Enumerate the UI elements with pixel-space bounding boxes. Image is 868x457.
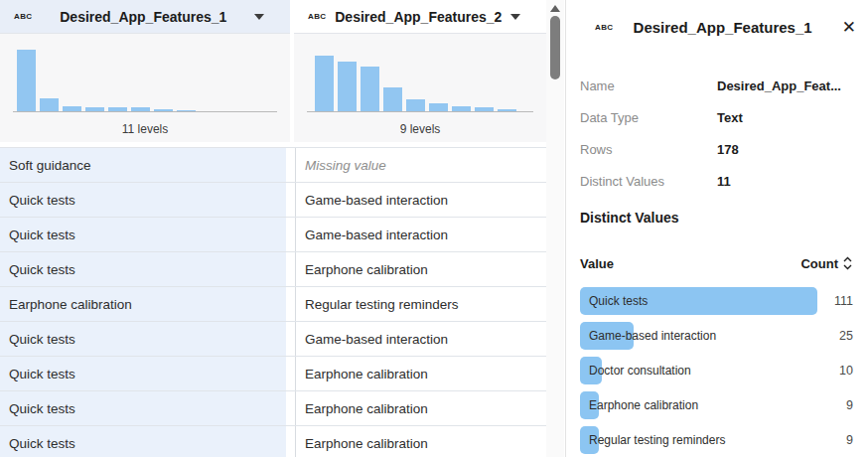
table-row: Quick testsGame-based interaction xyxy=(0,322,546,357)
cell-desired-app-features-2[interactable]: Game-based interaction xyxy=(295,218,546,251)
property-row: NameDesired_App_Feat... xyxy=(580,70,853,101)
cell-desired-app-features-1[interactable]: Quick tests xyxy=(0,218,286,251)
property-label: Rows xyxy=(580,142,717,157)
text-type-icon: ABC xyxy=(595,23,614,32)
cell-desired-app-features-1[interactable]: Quick tests xyxy=(0,357,286,390)
column-gap xyxy=(286,287,295,321)
histogram-bar[interactable] xyxy=(315,56,334,112)
distinct-values-list: Quick tests111Game-based interaction25Do… xyxy=(580,284,853,457)
chevron-down-icon[interactable] xyxy=(254,14,264,20)
cell-desired-app-features-1[interactable]: Quick tests xyxy=(0,322,286,356)
table-row: Earphone calibrationRegular testing remi… xyxy=(0,287,546,322)
column-properties: NameDesired_App_Feat...Data TypeTextRows… xyxy=(580,70,853,197)
cell-desired-app-features-2[interactable]: Earphone calibration xyxy=(295,252,546,286)
levels-label: 9 levels xyxy=(294,122,546,136)
distinct-value-count: 9 xyxy=(846,388,853,422)
property-label: Data Type xyxy=(580,110,717,125)
cell-desired-app-features-2[interactable]: Earphone calibration xyxy=(295,357,546,390)
column-gap xyxy=(286,357,295,390)
count-column-label: Count xyxy=(800,256,838,271)
column-gap xyxy=(286,322,295,356)
histogram-bars xyxy=(17,50,264,112)
distinct-value-label: Quick tests xyxy=(589,284,648,318)
cell-missing-value[interactable]: Missing value xyxy=(295,148,546,182)
cell-desired-app-features-2[interactable]: Game-based interaction xyxy=(295,183,546,217)
panel-header: ABC Desired_App_Features_1 ✕ xyxy=(581,15,856,39)
distinct-value-row[interactable]: Quick tests111 xyxy=(580,284,853,319)
column-header-1[interactable]: ABC Desired_App_Features_1 xyxy=(0,0,290,34)
distinct-value-count: 111 xyxy=(834,284,853,318)
table-row: Quick testsEarphone calibration xyxy=(0,252,546,287)
table-row: Quick testsGame-based interaction xyxy=(0,183,546,218)
table-row: Quick testsEarphone calibration xyxy=(0,391,546,426)
count-column-header[interactable]: Count xyxy=(800,256,853,271)
table-row: Quick testsEarphone calibration xyxy=(0,426,546,457)
column-gap xyxy=(286,426,295,457)
property-row: Rows178 xyxy=(580,133,853,165)
distinct-value-label: Game-based interaction xyxy=(589,319,716,353)
cell-desired-app-features-1[interactable]: Quick tests xyxy=(0,183,286,217)
column-histogram-1: 11 levels xyxy=(0,34,290,142)
property-value: Text xyxy=(717,110,743,125)
column-header-2[interactable]: ABC Desired_App_Features_2 xyxy=(294,0,546,34)
column-gap xyxy=(286,391,295,425)
histogram-bars xyxy=(315,56,516,112)
panel-title: Desired_App_Features_1 xyxy=(634,19,812,36)
scroll-up-arrow-icon[interactable] xyxy=(550,5,560,12)
property-value: 178 xyxy=(717,142,739,157)
distinct-values-table-header: Value Count xyxy=(580,252,853,274)
column-desired-app-features-1: ABC Desired_App_Features_1 11 levels xyxy=(0,0,290,142)
property-row: Data TypeText xyxy=(580,101,853,133)
chevron-down-icon[interactable] xyxy=(510,14,520,20)
cell-desired-app-features-2[interactable]: Game-based interaction xyxy=(295,322,546,356)
vertical-scrollbar[interactable] xyxy=(546,0,564,457)
value-column-header: Value xyxy=(580,256,614,271)
levels-label: 11 levels xyxy=(0,122,290,136)
table-row: Soft guidanceMissing value xyxy=(0,148,546,183)
column-details-panel: ABC Desired_App_Features_1 ✕ NameDesired… xyxy=(565,0,868,457)
histogram-bar[interactable] xyxy=(383,87,402,112)
histogram-bar[interactable] xyxy=(338,62,357,112)
histogram-bar[interactable] xyxy=(361,67,379,112)
data-profile-app: ABC Desired_App_Features_1 11 levels ABC… xyxy=(0,0,868,457)
cell-desired-app-features-1[interactable]: Quick tests xyxy=(0,391,286,425)
distinct-value-row[interactable]: Doctor consultation10 xyxy=(580,354,853,388)
sort-icon[interactable] xyxy=(842,256,853,270)
distinct-value-label: Earphone calibration xyxy=(589,388,698,422)
column-gap xyxy=(286,148,295,182)
cell-desired-app-features-1[interactable]: Quick tests xyxy=(0,426,286,457)
property-value: 11 xyxy=(717,174,731,189)
cell-desired-app-features-2[interactable]: Regular testing reminders xyxy=(295,287,546,321)
cell-desired-app-features-2[interactable]: Earphone calibration xyxy=(295,426,546,457)
scrollbar-thumb[interactable] xyxy=(550,16,560,79)
close-icon[interactable]: ✕ xyxy=(842,19,856,36)
distinct-value-count: 25 xyxy=(839,319,853,353)
distinct-value-count: 9 xyxy=(846,423,853,457)
cell-desired-app-features-1[interactable]: Quick tests xyxy=(0,252,286,286)
column-gap xyxy=(286,252,295,286)
table-row: Quick testsGame-based interaction xyxy=(0,218,546,252)
histogram-bar[interactable] xyxy=(17,50,36,112)
cell-desired-app-features-1[interactable]: Earphone calibration xyxy=(0,287,286,321)
column-desired-app-features-2: ABC Desired_App_Features_2 9 levels xyxy=(294,0,546,142)
distinct-value-row[interactable]: Earphone calibration9 xyxy=(580,388,853,423)
property-label: Distinct Values xyxy=(580,174,717,189)
column-title: Desired_App_Features_2 xyxy=(327,9,510,25)
histogram-axis xyxy=(307,111,533,112)
text-type-icon: ABC xyxy=(14,12,33,21)
column-gap xyxy=(286,183,295,217)
distinct-value-label: Regular testing reminders xyxy=(589,423,725,457)
column-histogram-2: 9 levels xyxy=(294,34,546,142)
distinct-values-heading: Distinct Values xyxy=(580,210,679,226)
property-value: Desired_App_Feat... xyxy=(717,78,841,93)
distinct-value-row[interactable]: Regular testing reminders9 xyxy=(580,423,853,457)
distinct-value-row[interactable]: Game-based interaction25 xyxy=(580,319,853,354)
text-type-icon: ABC xyxy=(308,12,327,21)
table-rows: Soft guidanceMissing valueQuick testsGam… xyxy=(0,147,546,457)
property-label: Name xyxy=(580,78,717,93)
distinct-value-count: 10 xyxy=(839,354,853,387)
cell-desired-app-features-2[interactable]: Earphone calibration xyxy=(295,391,546,425)
cell-desired-app-features-1[interactable]: Soft guidance xyxy=(0,148,286,182)
histogram-bar[interactable] xyxy=(40,98,59,112)
histogram-axis xyxy=(13,111,277,112)
